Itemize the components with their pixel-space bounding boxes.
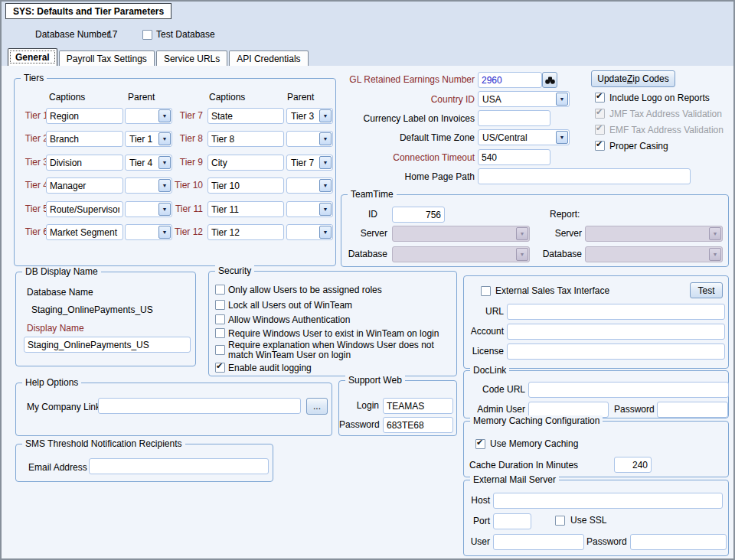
test-database-checkbox[interactable]: [142, 30, 152, 40]
gl-find-button[interactable]: [542, 72, 557, 88]
gl-retained-earnings-input[interactable]: [478, 72, 542, 88]
tab-payroll-tax-settings[interactable]: Payroll Tax Settings: [59, 50, 155, 66]
database-number-value: 17: [107, 29, 117, 40]
connection-timeout-input[interactable]: [478, 149, 550, 165]
tier1-caption-input[interactable]: [46, 108, 123, 124]
chevron-down-icon[interactable]: ▼: [556, 131, 568, 144]
teamtime-id-input[interactable]: [392, 207, 445, 223]
parent-header-right: Parent: [287, 92, 314, 103]
doclink-group: DocLink Code URL Admin User Password: [463, 370, 729, 418]
cache-duration-label: Cache Duration In Minutes: [469, 460, 578, 470]
tier4-caption-input[interactable]: [46, 177, 123, 194]
chevron-down-icon[interactable]: ▼: [319, 132, 332, 145]
tier10-caption-input[interactable]: [207, 177, 284, 194]
database-number-label: Database Number: [35, 29, 109, 40]
tier8-label: Tier 8: [165, 133, 203, 144]
doclink-password-label: Password: [614, 404, 654, 415]
my-company-link-label: My Company Link: [27, 402, 100, 412]
sales-tax-test-button[interactable]: Test: [690, 282, 723, 298]
tier7-caption-input[interactable]: [207, 108, 284, 124]
tier6-label: Tier 6: [19, 226, 48, 237]
tier6-caption-input[interactable]: [46, 224, 123, 240]
tier12-caption-input[interactable]: [207, 224, 284, 240]
tier8-caption-input[interactable]: [207, 131, 284, 147]
mail-user-label: User: [467, 536, 490, 547]
tab-api-credentials[interactable]: API Credentials: [229, 50, 308, 66]
mail-password-label: Password: [586, 536, 626, 547]
chevron-down-icon[interactable]: ▼: [319, 203, 332, 216]
default-time-zone-dropdown[interactable]: US/Central▼: [478, 129, 570, 145]
sales-tax-account-label: Account: [466, 326, 504, 337]
tier7-parent-dropdown[interactable]: Tier 3▼: [286, 108, 333, 124]
proper-casing-checkbox[interactable]: [595, 141, 605, 151]
doclink-password-input[interactable]: [657, 402, 728, 418]
tier3-caption-input[interactable]: [46, 155, 123, 171]
security-assigned-roles-checkbox[interactable]: [215, 285, 225, 295]
chevron-down-icon[interactable]: ▼: [319, 109, 332, 122]
tier12-parent-dropdown[interactable]: ▼: [286, 224, 333, 240]
doclink-code-url-input[interactable]: [528, 382, 729, 398]
chevron-down-icon[interactable]: ▼: [556, 93, 568, 106]
use-ssl-checkbox[interactable]: [555, 516, 565, 526]
tier9-parent-dropdown[interactable]: Tier 7▼: [286, 155, 333, 171]
sys-defaults-window: SYS: Defaults and Tier Parameters Databa…: [0, 0, 735, 560]
test-database-label: Test Database: [156, 29, 215, 40]
teamtime-group: TeamTime ID Report: Server ▼ Server ▼ Da…: [341, 194, 729, 267]
tier11-parent-dropdown[interactable]: ▼: [286, 201, 333, 217]
include-logo-checkbox[interactable]: [595, 93, 605, 103]
mail-port-input[interactable]: [493, 513, 531, 529]
mail-host-input[interactable]: [493, 493, 723, 509]
chevron-down-icon: ▼: [516, 248, 528, 261]
tier5-caption-input[interactable]: [46, 201, 123, 217]
tab-service-urls[interactable]: Service URLs: [156, 50, 227, 66]
help-options-group: Help Options My Company Link ...: [15, 383, 332, 436]
teamtime-report-label: Report:: [550, 209, 580, 220]
window-title: SYS: Defaults and Tier Parameters: [13, 6, 164, 17]
sales-tax-account-input[interactable]: [507, 324, 725, 340]
teamtime-report-database-label: Database: [536, 249, 582, 259]
sms-legend: SMS Threshold Notification Recipients: [22, 438, 185, 450]
doclink-code-url-label: Code URL: [472, 384, 525, 395]
include-logo-label: Include Logo on Reports: [609, 93, 710, 103]
mail-user-input[interactable]: [493, 534, 584, 550]
security-require-explanation-checkbox[interactable]: [215, 345, 225, 355]
tab-general[interactable]: General: [8, 48, 57, 66]
support-password-label: Password: [339, 419, 379, 430]
chevron-down-icon[interactable]: ▼: [319, 226, 332, 239]
tier11-caption-input[interactable]: [207, 201, 284, 217]
chevron-down-icon[interactable]: ▼: [319, 156, 332, 169]
country-id-dropdown[interactable]: USA▼: [478, 91, 570, 107]
sms-email-input[interactable]: [89, 458, 269, 474]
support-login-input[interactable]: [383, 398, 453, 414]
db-display-name-group: DB Display Name Database Name Staging_On…: [15, 272, 196, 366]
tiers-legend: Tiers: [21, 73, 47, 84]
tier12-label: Tier 12: [165, 226, 203, 237]
my-company-link-input[interactable]: [98, 398, 301, 414]
display-name-input[interactable]: [24, 337, 191, 353]
home-page-path-input[interactable]: [478, 168, 691, 184]
support-password-input[interactable]: [383, 417, 453, 433]
cache-duration-input[interactable]: [614, 457, 652, 473]
tier8-parent-dropdown[interactable]: ▼: [286, 131, 333, 147]
update-zip-codes-button[interactable]: Update Zip Codes: [591, 70, 675, 87]
database-name-label: Database Name: [27, 287, 93, 298]
tier9-caption-input[interactable]: [207, 155, 284, 171]
tier2-caption-input[interactable]: [46, 131, 123, 147]
security-windows-auth-checkbox[interactable]: [215, 314, 225, 324]
mail-password-input[interactable]: [630, 534, 727, 550]
tier10-parent-dropdown[interactable]: ▼: [286, 177, 333, 194]
currency-label-input[interactable]: [478, 110, 550, 126]
help-options-legend: Help Options: [22, 377, 81, 389]
sales-tax-license-input[interactable]: [507, 343, 725, 360]
sales-tax-url-input[interactable]: [507, 304, 725, 320]
security-require-windows-user-checkbox[interactable]: [215, 328, 225, 338]
chevron-down-icon[interactable]: ▼: [319, 179, 332, 192]
security-audit-logging-checkbox[interactable]: [215, 363, 225, 373]
sales-tax-group: External Sales Tax Interface Test URL Ac…: [463, 275, 729, 369]
browse-button[interactable]: ...: [306, 398, 328, 415]
window-title-tab[interactable]: SYS: Defaults and Tier Parameters: [5, 3, 172, 19]
sales-tax-interface-checkbox[interactable]: [481, 286, 491, 296]
use-memory-caching-checkbox[interactable]: [475, 439, 485, 449]
db-display-legend: DB Display Name: [22, 266, 101, 278]
security-lock-users-checkbox[interactable]: [215, 300, 225, 310]
